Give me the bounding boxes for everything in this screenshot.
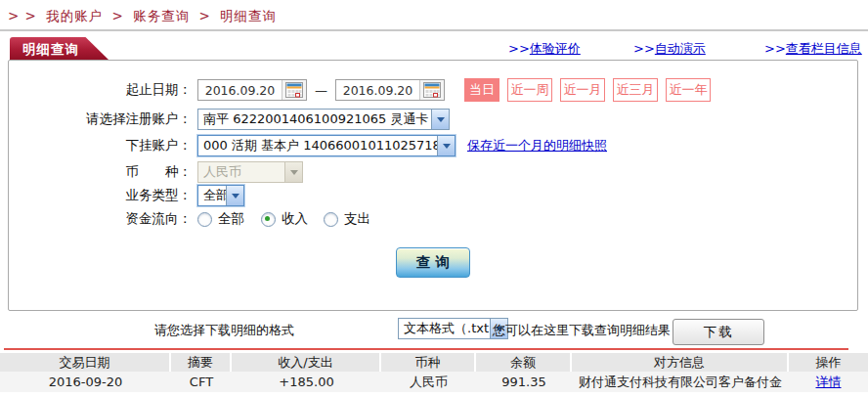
sub-account-select[interactable]: 000 活期 基本户 1406600101102571848: [197, 135, 456, 156]
calendar-icon[interactable]: [282, 80, 306, 100]
breadcrumb-item-my-account[interactable]: 我的账户: [46, 8, 103, 23]
link-experience-rating[interactable]: >>体验评价: [508, 40, 581, 58]
currency-label: 币 种：: [55, 163, 192, 181]
business-type-select[interactable]: 全部: [197, 185, 244, 206]
header-income-expense: 收入/支出: [232, 353, 381, 372]
radio-icon: [324, 212, 338, 227]
header-action: 操作: [789, 353, 868, 372]
tab-detail-query[interactable]: 明细查询: [10, 37, 109, 61]
register-account-select[interactable]: 南平 6222001406100921065 灵通卡: [197, 109, 450, 130]
breadcrumb-separator: >: [112, 8, 124, 23]
cell-balance: 991.35: [476, 372, 572, 392]
fund-flow-label: 资金流向：: [55, 210, 192, 228]
register-account-label: 请选择注册账户：: [55, 110, 192, 128]
header-currency: 币种: [381, 353, 476, 372]
download-button[interactable]: 下载: [673, 319, 764, 345]
chevron-down-icon: [284, 162, 302, 182]
date-range-label: 起止日期：: [55, 81, 192, 99]
business-type-value: 全部: [198, 187, 226, 204]
preset-last-month-button[interactable]: 近一月: [560, 78, 605, 102]
fund-flow-row: 资金流向： 全部 收入 支出: [55, 207, 370, 231]
preset-last-3-months-button[interactable]: 近三月: [613, 78, 658, 102]
end-date-input[interactable]: [336, 82, 419, 99]
sub-account-value: 000 活期 基本户 1406600101102571848: [198, 137, 437, 154]
sub-account-row: 下挂账户： 000 活期 基本户 1406600101102571848 保存近…: [55, 134, 607, 157]
end-date-field[interactable]: [335, 79, 445, 101]
header-trade-date: 交易日期: [0, 353, 171, 372]
preset-last-week-button[interactable]: 近一周: [507, 78, 552, 102]
breadcrumb-separator: >: [198, 8, 210, 23]
radio-checked-icon: [261, 212, 276, 227]
currency-value: 人民币: [198, 163, 284, 181]
chevron-down-icon: [437, 136, 455, 155]
link-view-column-info[interactable]: >>查看栏目信息: [764, 40, 862, 58]
detail-query-page: > > 我的账户 > 账务查询 > 明细查询 明细查询 >>体验评价 >>自动演…: [0, 0, 868, 397]
link-arrows: >>: [508, 41, 530, 56]
radio-option-all[interactable]: 全部: [197, 210, 244, 228]
cell-summary: CFT: [171, 372, 232, 392]
table-row: 2016-09-20 CFT +185.00 人民币 991.35 财付通支付科…: [0, 372, 868, 392]
detail-link[interactable]: 详情: [816, 375, 842, 389]
cell-counterparty: 财付通支付科技有限公司客户备付金: [572, 372, 789, 392]
cell-currency: 人民币: [381, 372, 476, 392]
header-counterparty: 对方信息: [572, 353, 789, 372]
header-balance: 余额: [476, 353, 572, 372]
save-snapshot-link[interactable]: 保存近一个月的明细快照: [467, 137, 607, 154]
date-range-dash: —: [315, 83, 327, 98]
table-top-rule: [4, 348, 848, 350]
download-hint-text: 您可以在这里下载查询明细结果: [493, 322, 671, 339]
register-account-row: 请选择注册账户： 南平 6222001406100921065 灵通卡: [55, 108, 450, 131]
breadcrumb-prefix: > >: [8, 8, 37, 23]
breadcrumb-item-detail-query: 明细查询: [220, 8, 277, 23]
breadcrumb-item-account-query[interactable]: 账务查询: [133, 8, 190, 23]
chevron-down-icon: [226, 186, 243, 205]
radio-option-income[interactable]: 收入: [261, 210, 308, 228]
business-type-row: 业务类型： 全部: [55, 184, 244, 207]
sub-account-label: 下挂账户：: [55, 137, 192, 154]
cell-amount: +185.00: [232, 372, 381, 392]
download-format-label: 请您选择下载明细的格式: [154, 322, 294, 339]
preset-last-year-button[interactable]: 近一年: [666, 78, 711, 102]
breadcrumb: > > 我的账户 > 账务查询 > 明细查询: [8, 8, 281, 25]
download-format-value: 文本格式（.txt）: [399, 320, 490, 337]
cell-trade-date: 2016-09-20: [0, 372, 171, 392]
currency-row: 币 种： 人民币: [55, 160, 303, 184]
header-summary: 摘要: [171, 353, 232, 372]
link-arrows: >>: [764, 41, 786, 56]
divider-line: [0, 29, 868, 31]
currency-select: 人民币: [197, 161, 303, 183]
link-arrows: >>: [633, 41, 655, 56]
register-account-value: 南平 6222001406100921065 灵通卡: [198, 110, 431, 128]
start-date-field[interactable]: [197, 79, 307, 101]
calendar-icon[interactable]: [419, 80, 444, 100]
link-auto-demo[interactable]: >>自动演示: [633, 40, 706, 58]
query-button[interactable]: 查 询: [396, 247, 470, 278]
radio-icon: [197, 212, 212, 227]
table-header-row: 交易日期 摘要 收入/支出 币种 余额 对方信息 操作: [0, 353, 868, 372]
preset-today-button[interactable]: 当日: [464, 78, 499, 102]
radio-option-expense[interactable]: 支出: [324, 210, 370, 228]
chevron-down-icon: [431, 110, 449, 129]
business-type-label: 业务类型：: [55, 187, 192, 204]
start-date-input[interactable]: [198, 82, 282, 99]
cell-action: 详情: [789, 372, 868, 392]
date-range-row: 起止日期：: [55, 78, 711, 102]
